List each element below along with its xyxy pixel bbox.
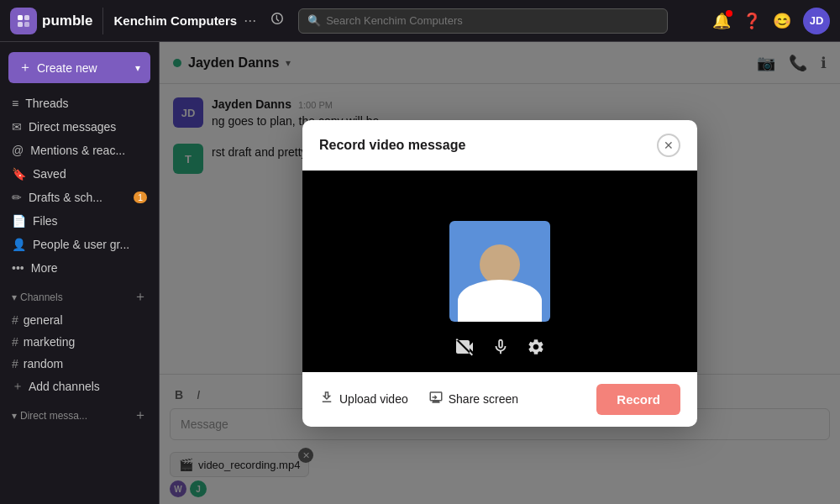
direct-messages-section[interactable]: ▾ Direct messa... ＋ (0, 398, 159, 428)
search-icon: 🔍 (307, 14, 321, 27)
channel-item-marketing[interactable]: # marketing (0, 331, 159, 353)
sidebar-item-mentions-label: Mentions & reac... (30, 144, 125, 157)
help-button[interactable]: ❓ (743, 12, 761, 30)
sidebar-item-threads-label: Threads (25, 97, 68, 110)
people-icon: 👤 (12, 238, 26, 251)
sidebar-item-drafts[interactable]: ✏ Drafts & sch... 1 (0, 186, 159, 209)
hash-icon: # (12, 313, 18, 327)
share-screen-icon (428, 390, 444, 408)
topbar-icons: 🔔 ❓ 😊 JD (712, 8, 830, 34)
share-screen-button[interactable]: Share screen (428, 390, 518, 408)
sidebar-item-drafts-label: Drafts & sch... (29, 191, 102, 204)
sidebar-item-direct-messages[interactable]: ✉ Direct messages (0, 115, 159, 139)
plus-icon: ＋ (18, 59, 32, 76)
svg-rect-3 (24, 22, 29, 27)
share-screen-label: Share screen (449, 392, 518, 406)
person-body (458, 280, 542, 322)
modal-close-button[interactable]: ✕ (657, 134, 680, 157)
sidebar-item-saved[interactable]: 🔖 Saved (0, 162, 159, 186)
person-head (480, 244, 520, 285)
user-avatar[interactable]: JD (803, 8, 830, 34)
record-button[interactable]: Record (596, 384, 680, 415)
channel-general-label: general (24, 313, 63, 327)
direct-messages-section-label: Direct messa... (20, 410, 87, 422)
sidebar-item-saved-label: Saved (33, 167, 66, 181)
channel-item-random[interactable]: # random (0, 353, 159, 375)
search-input[interactable] (326, 14, 659, 27)
chevron-down-icon: ▾ (135, 62, 140, 74)
add-direct-message-icon[interactable]: ＋ (134, 407, 147, 424)
emoji-button[interactable]: 😊 (773, 12, 791, 30)
sidebar-item-direct-messages-label: Direct messages (29, 120, 116, 134)
notification-dot (726, 10, 732, 17)
channel-random-label: random (24, 357, 63, 370)
add-channels-plus-icon: ＋ (12, 379, 24, 394)
sidebar-item-more[interactable]: ••• More (0, 256, 159, 280)
sidebar-item-threads[interactable]: ≡ Threads (0, 92, 159, 115)
modal-title: Record video message (319, 138, 465, 153)
upload-icon (319, 390, 334, 408)
add-channels-item[interactable]: ＋ Add channels (0, 375, 159, 398)
record-label: Record (617, 392, 660, 407)
search-bar[interactable]: 🔍 (298, 8, 668, 34)
logo-icon (10, 8, 37, 34)
sidebar-item-more-label: More (31, 261, 58, 275)
mentions-icon: @ (12, 144, 24, 157)
chevron-icon: ▾ (12, 410, 17, 422)
svg-rect-1 (24, 15, 29, 20)
sidebar-item-people[interactable]: 👤 People & user gr... (0, 233, 159, 256)
settings-button[interactable] (527, 337, 545, 362)
workspace-more-button[interactable]: ··· (244, 12, 256, 29)
more-icon: ••• (12, 261, 24, 275)
chat-content: Jayden Danns ▾ 📷 📞 ℹ JD Jayden Danns 1:0… (160, 42, 840, 504)
webcam-preview (449, 221, 550, 322)
upload-video-button[interactable]: Upload video (319, 390, 408, 408)
video-controls (454, 337, 545, 362)
modal-header: Record video message ✕ (302, 120, 697, 171)
sidebar: ＋ Create new ▾ ≡ Threads ✉ Direct messag… (0, 42, 160, 504)
notifications-button[interactable]: 🔔 (712, 12, 731, 30)
channel-item-general[interactable]: # general (0, 309, 159, 331)
channels-section-label: Channels (20, 291, 63, 303)
sidebar-item-files-label: Files (33, 214, 58, 228)
sidebar-item-mentions[interactable]: @ Mentions & reac... (0, 139, 159, 162)
sidebar-item-people-label: People & user gr... (33, 238, 129, 251)
direct-messages-icon: ✉ (12, 120, 22, 134)
hash-icon: # (12, 357, 18, 370)
hash-icon: # (12, 335, 18, 349)
modal-overlay[interactable]: Record video message ✕ (160, 42, 840, 504)
camera-toggle-button[interactable] (454, 337, 475, 362)
app-name: pumble (42, 13, 92, 29)
threads-icon: ≡ (12, 97, 18, 110)
chevron-icon: ▾ (12, 291, 17, 303)
workspace-name: Kenchim Computers (113, 13, 237, 28)
main-layout: ＋ Create new ▾ ≡ Threads ✉ Direct messag… (0, 42, 840, 504)
app-logo: pumble (10, 8, 103, 34)
add-channel-icon[interactable]: ＋ (134, 288, 147, 306)
saved-icon: 🔖 (12, 167, 26, 181)
channels-section[interactable]: ▾ Channels ＋ (0, 280, 159, 309)
drafts-icon: ✏ (12, 191, 22, 204)
svg-rect-2 (18, 22, 23, 27)
add-channels-label: Add channels (29, 380, 100, 393)
video-preview-area (302, 171, 697, 372)
topbar: pumble Kenchim Computers ··· 🔍 🔔 ❓ 😊 JD (0, 0, 840, 42)
channel-marketing-label: marketing (24, 335, 75, 349)
modal-footer: Upload video Share screen Record (302, 372, 697, 427)
upload-video-label: Upload video (339, 392, 408, 406)
files-icon: 📄 (12, 214, 26, 228)
record-video-modal: Record video message ✕ (302, 120, 697, 427)
history-button[interactable] (270, 11, 285, 30)
create-new-label: Create new (37, 61, 97, 75)
drafts-badge: 1 (134, 192, 147, 203)
sidebar-item-files[interactable]: 📄 Files (0, 209, 159, 233)
mic-toggle-button[interactable] (491, 337, 510, 362)
svg-rect-0 (18, 15, 23, 20)
create-new-button[interactable]: ＋ Create new ▾ (8, 52, 150, 83)
